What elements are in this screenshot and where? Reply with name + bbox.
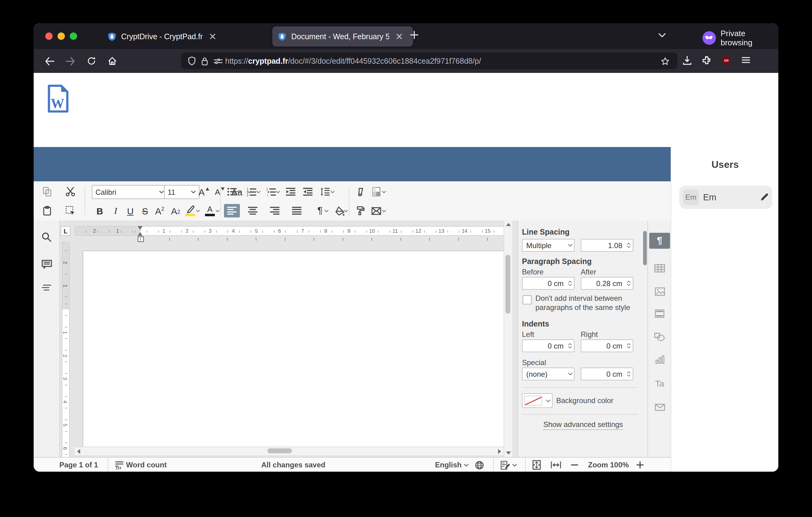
show-advanced-settings-link[interactable]: Show advanced settings: [518, 420, 648, 429]
stepper-icons[interactable]: [625, 343, 633, 349]
zoom-in-button[interactable]: [636, 458, 644, 472]
menu-hamburger-icon[interactable]: [741, 56, 751, 64]
chevron-down-icon[interactable]: [195, 204, 201, 217]
justify-icon[interactable]: [290, 204, 303, 217]
textart-settings-icon[interactable]: Ta: [649, 376, 670, 391]
extensions-puzzle-icon[interactable]: [702, 56, 712, 65]
new-tab-button[interactable]: [409, 30, 419, 40]
decrease-font-icon[interactable]: A: [213, 185, 226, 198]
cut-icon[interactable]: [64, 185, 77, 198]
font-size-select[interactable]: 11: [164, 185, 200, 199]
paste-icon[interactable]: [40, 204, 54, 217]
indent-marker[interactable]: [138, 226, 143, 236]
zoom-out-button[interactable]: [571, 458, 578, 472]
background-color-picker[interactable]: [522, 393, 553, 408]
list-tabs-chevron-icon[interactable]: [658, 32, 666, 38]
clear-style-icon[interactable]: [354, 185, 367, 198]
chevron-down-icon[interactable]: [343, 204, 349, 217]
indent-left-input[interactable]: 0 cm: [522, 339, 575, 352]
chevron-down-icon[interactable]: [381, 204, 387, 217]
image-settings-icon[interactable]: [649, 283, 670, 300]
fit-page-button[interactable]: [532, 458, 541, 472]
font-name-select[interactable]: Calibri: [92, 185, 168, 199]
paragraph-settings-icon[interactable]: ¶: [649, 233, 670, 249]
edit-name-pencil-icon[interactable]: [760, 193, 768, 201]
spacing-before-input[interactable]: 0 cm: [522, 277, 575, 290]
tab-stop-selector[interactable]: L: [61, 226, 70, 236]
minimize-window-button[interactable]: [58, 32, 65, 40]
mail-merge-settings-icon[interactable]: [649, 399, 670, 415]
back-icon[interactable]: [41, 53, 58, 69]
track-changes-mode[interactable]: [500, 458, 517, 472]
bookmark-star-icon[interactable]: [657, 53, 674, 69]
scroll-right-icon[interactable]: [496, 447, 503, 455]
home-icon[interactable]: [104, 53, 120, 69]
chevron-down-icon[interactable]: [323, 204, 329, 217]
zoom-level[interactable]: Zoom 100%: [588, 458, 629, 472]
stepper-icons[interactable]: [566, 343, 574, 349]
line-spacing-value-input[interactable]: 1.08: [581, 239, 633, 252]
scroll-left-icon[interactable]: [75, 447, 83, 455]
user-list-item[interactable]: Em Em: [679, 186, 772, 209]
zoom-window-button[interactable]: [70, 32, 77, 40]
chevron-down-icon[interactable]: [381, 185, 387, 198]
hanging-indent-handle[interactable]: [138, 232, 143, 236]
table-settings-icon[interactable]: [649, 260, 670, 276]
stepper-icons[interactable]: [625, 280, 633, 286]
fit-width-button[interactable]: [551, 458, 561, 472]
word-count-button[interactable]: 123 Word count: [115, 458, 167, 472]
special-select[interactable]: (none): [522, 368, 575, 380]
chevron-down-icon[interactable]: [236, 185, 242, 198]
first-line-indent-handle[interactable]: [138, 226, 143, 230]
interval-checkbox[interactable]: [523, 295, 532, 304]
panel-scrollbar-thumb[interactable]: [643, 231, 647, 265]
comments-icon[interactable]: [41, 258, 52, 270]
scroll-up-icon[interactable]: [504, 220, 512, 228]
document-page[interactable]: [83, 250, 505, 447]
search-icon[interactable]: [41, 232, 52, 243]
v-ruler[interactable]: 21123456: [62, 242, 70, 472]
align-center-icon[interactable]: [246, 204, 259, 217]
vertical-scroll-thumb[interactable]: [505, 255, 510, 314]
strikethrough-icon[interactable]: S: [138, 204, 152, 217]
downloads-icon[interactable]: [682, 56, 692, 65]
url-bar[interactable]: https://cryptpad.fr/doc/#/3/doc/edit/ff0…: [181, 53, 677, 69]
permissions-sliders-icon[interactable]: [210, 53, 225, 69]
header-footer-settings-icon[interactable]: [649, 306, 670, 322]
chevron-down-icon[interactable]: [329, 185, 335, 198]
close-window-button[interactable]: [45, 32, 53, 40]
reload-icon[interactable]: [83, 53, 100, 69]
vertical-scrollbar[interactable]: [503, 220, 512, 457]
tab-document-active[interactable]: Document - Wed, February 5, 2: [272, 26, 413, 47]
superscript-icon[interactable]: A2: [153, 204, 167, 217]
tab-cryptdrive[interactable]: CryptDrive - CryptPad.fr: [102, 26, 272, 47]
indent-right-input[interactable]: 0 cm: [581, 339, 633, 352]
stepper-icons[interactable]: [625, 243, 633, 248]
bold-icon[interactable]: B: [93, 204, 107, 217]
stepper-icons[interactable]: [625, 371, 633, 377]
align-right-icon[interactable]: [268, 204, 282, 217]
close-tab-icon[interactable]: [394, 31, 404, 42]
horizontal-scroll-thumb[interactable]: [267, 448, 292, 453]
scroll-down-icon[interactable]: [504, 449, 512, 457]
align-left-icon[interactable]: [224, 204, 240, 217]
decrease-indent-icon[interactable]: [284, 185, 297, 198]
shield-icon[interactable]: [185, 53, 198, 69]
globe-icon[interactable]: [475, 460, 484, 469]
special-value-input[interactable]: 0 cm: [581, 368, 633, 380]
increase-indent-icon[interactable]: [301, 185, 315, 198]
subscript-icon[interactable]: A2: [169, 204, 182, 217]
line-spacing-select[interactable]: Multiple: [522, 239, 575, 252]
shape-settings-icon[interactable]: [649, 329, 670, 345]
select-all-icon[interactable]: [64, 204, 77, 217]
chart-settings-icon[interactable]: [649, 352, 670, 368]
navigation-headings-icon[interactable]: [41, 282, 52, 293]
page-indicator[interactable]: Page 1 of 1: [59, 458, 98, 472]
stepper-icons[interactable]: [566, 280, 574, 286]
close-tab-icon[interactable]: [208, 31, 218, 42]
spacing-after-input[interactable]: 0.28 cm: [581, 277, 633, 290]
chevron-down-icon[interactable]: [214, 204, 220, 217]
horizontal-scrollbar[interactable]: [75, 446, 503, 455]
copy-icon[interactable]: [40, 185, 54, 198]
chevron-down-icon[interactable]: [275, 185, 281, 198]
